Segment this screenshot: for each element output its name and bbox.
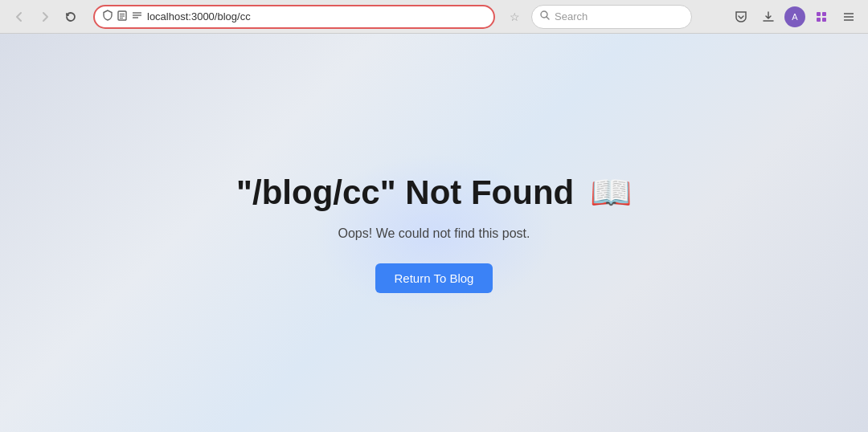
return-to-blog-button[interactable]: Return To Blog <box>375 263 493 293</box>
forward-button[interactable] <box>34 6 56 28</box>
error-title: "/blog/cc" Not Found 📖 <box>236 173 632 213</box>
search-bar[interactable]: Search <box>531 5 692 29</box>
svg-rect-13 <box>822 18 826 22</box>
refresh-button[interactable] <box>59 6 82 28</box>
browser-chrome: localhost:3000/blog/cc ☆ Search A <box>0 0 868 34</box>
svg-line-8 <box>547 17 549 19</box>
search-placeholder-text: Search <box>555 10 588 22</box>
svg-rect-12 <box>817 18 821 22</box>
search-bar-container: Search <box>531 5 692 29</box>
page-icon <box>117 10 127 23</box>
svg-rect-10 <box>817 12 821 16</box>
shield-icon <box>103 10 113 23</box>
nav-buttons <box>8 6 82 28</box>
address-bar-container: localhost:3000/blog/cc <box>93 5 495 29</box>
error-container: "/blog/cc" Not Found 📖 Oops! We could no… <box>236 173 632 292</box>
pocket-icon[interactable] <box>730 6 752 28</box>
page-content: "/blog/cc" Not Found 📖 Oops! We could no… <box>0 34 868 432</box>
svg-rect-11 <box>822 12 826 16</box>
toolbar-right: A <box>730 6 860 28</box>
address-text: localhost:3000/blog/cc <box>147 10 485 22</box>
error-subtitle: Oops! We could not find this post. <box>236 226 632 241</box>
extensions-icon[interactable] <box>810 6 833 28</box>
download-icon[interactable] <box>757 6 780 28</box>
search-icon <box>540 10 550 22</box>
address-bar[interactable]: localhost:3000/blog/cc <box>93 5 495 29</box>
back-button[interactable] <box>8 6 31 28</box>
bookmark-star-icon[interactable]: ☆ <box>510 10 520 23</box>
error-emoji: 📖 <box>590 173 632 211</box>
menu-icon[interactable] <box>837 6 860 28</box>
reader-mode-icon <box>132 11 142 22</box>
user-avatar[interactable]: A <box>784 6 805 27</box>
